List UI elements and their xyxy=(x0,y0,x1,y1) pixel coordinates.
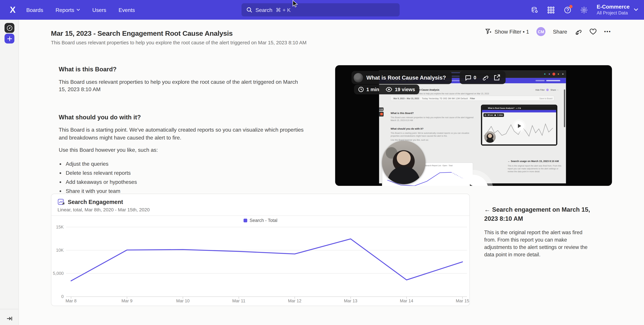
clock-icon xyxy=(358,87,364,92)
mini-paragraph: properties and breakdowns might have cau… xyxy=(390,135,447,137)
report-card-search-engagement[interactable]: Search Engagement Linear, total, Mar 8th… xyxy=(51,194,470,306)
search-shortcut: ⌘ + K xyxy=(276,7,290,13)
search-placeholder: Search xyxy=(256,7,272,13)
context-note: ← Search engagement on March 15, 2023 8:… xyxy=(484,205,594,259)
mini-aside-heading: ← Search usage on March 15, 2023 8:10 AM xyxy=(508,160,559,162)
nested-webcam-circle xyxy=(484,131,496,143)
svg-text:10K: 10K xyxy=(56,248,64,253)
svg-text:15K: 15K xyxy=(56,225,64,229)
settings-gear-icon[interactable] xyxy=(580,6,588,13)
mini-scrollbar[interactable] xyxy=(564,89,565,127)
svg-text:Mar 10: Mar 10 xyxy=(176,299,190,303)
project-scope: All Project Data xyxy=(596,10,630,15)
copy-link-icon[interactable] xyxy=(574,28,582,35)
nested-play-button[interactable] xyxy=(514,121,524,131)
svg-text:Mar 8: Mar 8 xyxy=(66,299,77,303)
svg-text:Mar 15: Mar 15 xyxy=(456,299,469,303)
filter-plus-icon xyxy=(485,28,492,35)
mini-paragraph: This Board uses relevant properties to h… xyxy=(390,116,474,119)
tutorial-video-player[interactable]: Search Engagement Root Cause Analysis Hi… xyxy=(335,65,612,186)
usage-bullet-list: Adjust the queriesDelete less relevant r… xyxy=(66,160,314,195)
left-rail xyxy=(0,20,19,325)
show-filter-button[interactable]: Show Filter • 1 xyxy=(485,28,529,35)
svg-text:Mar 11: Mar 11 xyxy=(232,299,245,303)
nested-nav-bar xyxy=(482,110,556,112)
recording-dot xyxy=(552,73,555,75)
mini-heading: What should you do with it? xyxy=(390,128,424,130)
usage-bullet: Adjust the queries xyxy=(66,160,314,168)
mini-paragraph: March 15, 2023 8:10 AM xyxy=(390,119,413,122)
eye-icon xyxy=(386,87,392,92)
open-external-icon[interactable] xyxy=(494,74,500,81)
nested-stats-chip: ◷18 sec ◉1 view xyxy=(483,113,504,117)
avatar[interactable]: CM xyxy=(536,27,546,36)
section-paragraph: This Board uses relevant properties to h… xyxy=(59,78,305,93)
nav-item-users[interactable]: Users xyxy=(92,7,106,13)
top-nav: X BoardsReportsUsersEvents Search ⌘ + K xyxy=(0,0,644,20)
chevron-down-icon xyxy=(634,8,638,11)
line-chart-plot[interactable]: 05,00010K15KMar 8Mar 9Mar 10Mar 11Mar 12… xyxy=(51,216,470,306)
section-heading: What is this Board? xyxy=(59,66,313,73)
search-input[interactable]: Search ⌘ + K xyxy=(242,3,400,16)
svg-text:Mar 9: Mar 9 xyxy=(122,299,132,303)
nav-item-label: Users xyxy=(92,7,106,13)
mini-paragraph: This Board is a starting point. We've au… xyxy=(390,132,469,134)
copy-video-link-icon[interactable] xyxy=(482,74,488,81)
section-heading: What should you do with it? xyxy=(59,114,313,121)
nav-item-label: Events xyxy=(119,7,135,13)
apps-grid-icon[interactable] xyxy=(547,6,555,13)
mini-aside-paragraph: report you can make adjustments to the a… xyxy=(508,167,558,170)
mini-daterange-row: Mar 9, 2023 – Mar 15, 2023 Today Yesterd… xyxy=(390,95,554,101)
comment-count: 0 xyxy=(474,75,476,80)
usage-bullet: Add takeaways or hypotheses xyxy=(66,178,314,186)
chevron-down-icon xyxy=(76,8,80,11)
video-views: 19 views xyxy=(395,87,415,92)
svg-text:Mar 14: Mar 14 xyxy=(400,299,413,303)
recorder-timer-chip: 0:02 xyxy=(379,107,384,111)
recorder-stop-chip[interactable] xyxy=(379,112,384,116)
section-paragraph: This Board is a starting point. We've au… xyxy=(59,127,308,141)
board-text-column: What is this Board? This Board uses rele… xyxy=(59,66,313,197)
project-switcher[interactable]: E-Commerce All Project Data xyxy=(596,4,638,15)
nav-right-cluster: E-Commerce All Project Data xyxy=(531,0,638,20)
page-subtitle: This Board uses relevant properties to h… xyxy=(51,40,306,45)
video-author-avatar xyxy=(354,73,363,82)
svg-text:Mar 13: Mar 13 xyxy=(344,299,357,303)
notification-dot xyxy=(569,5,572,8)
page-title: Mar 15, 2023 - Search Engagement Root Ca… xyxy=(51,29,232,38)
mixpanel-logo-icon[interactable]: X xyxy=(6,5,20,15)
board-controls: Show Filter • 1 CM Share ••• xyxy=(485,27,611,36)
create-plus-button[interactable] xyxy=(4,33,14,43)
favorite-heart-icon[interactable] xyxy=(590,28,597,35)
nav-item-reports[interactable]: Reports xyxy=(56,7,80,13)
line-chart-icon xyxy=(58,199,65,206)
app-window: X BoardsReportsUsersEvents Search ⌘ + K xyxy=(0,0,644,325)
show-filter-label: Show Filter • 1 xyxy=(494,28,529,35)
nested-video-titlebar: What is Root Cause Analysis?▭ 0 ⧉ xyxy=(482,106,556,110)
video-title: What is Root Cause Analysis? xyxy=(366,74,446,81)
help-icon[interactable] xyxy=(564,6,571,13)
nav-item-label: Boards xyxy=(26,7,43,13)
nested-video-frame: What is Root Cause Analysis?▭ 0 ⧉ ◷18 se… xyxy=(481,105,558,146)
svg-text:Mar 12: Mar 12 xyxy=(288,299,302,303)
section-paragraph: Use this Board however you like, such as… xyxy=(59,146,308,154)
report-title[interactable]: Search Engagement xyxy=(68,199,123,205)
discover-compass-button[interactable] xyxy=(4,23,14,33)
mini-aside-paragraph: This is the original report the alert wa… xyxy=(508,165,561,167)
video-title-pill: What is Root Cause Analysis? xyxy=(352,71,452,84)
mini-board-controls: Hide FilterShare ⋯ xyxy=(536,89,559,91)
report-subtitle: Linear, total, Mar 8th, 2020 - Mar 15th,… xyxy=(58,207,150,212)
mini-paragraph: Use this Board however you like, such as… xyxy=(390,139,429,141)
nav-item-events[interactable]: Events xyxy=(119,7,135,13)
expand-sidebar-icon[interactable] xyxy=(6,314,14,323)
share-button[interactable]: Share xyxy=(553,28,567,35)
webcam-presenter-circle xyxy=(382,141,426,184)
more-menu-button[interactable]: ••• xyxy=(604,29,611,34)
nav-item-boards[interactable]: Boards xyxy=(26,7,43,13)
search-icon xyxy=(246,7,252,13)
usage-bullet: Delete less relevant reports xyxy=(66,169,314,177)
context-note-paragraph: This is the original report the alert wa… xyxy=(484,229,594,258)
data-management-icon[interactable] xyxy=(531,6,538,13)
comment-bubble-icon[interactable] xyxy=(465,74,472,81)
video-stats-pill: 1 min 19 views xyxy=(354,84,419,94)
